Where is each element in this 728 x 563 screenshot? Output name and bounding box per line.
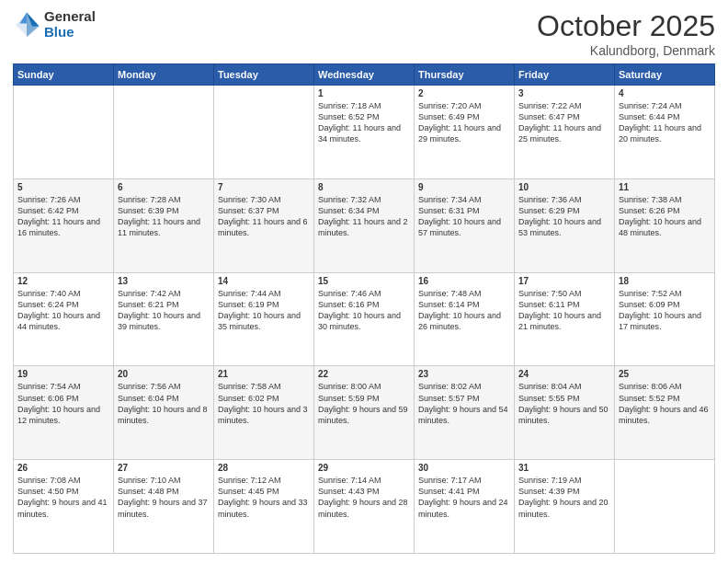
day-number: 26 — [17, 463, 109, 473]
day-info: Sunrise: 7:42 AMSunset: 6:21 PMDaylight:… — [118, 289, 200, 331]
logo-general-text: General — [44, 9, 96, 25]
day-info: Sunrise: 7:46 AMSunset: 6:16 PMDaylight:… — [318, 289, 401, 331]
header: General Blue October 2025 Kalundborg, De… — [13, 9, 715, 58]
day-number: 5 — [17, 182, 109, 192]
day-info: Sunrise: 7:24 AMSunset: 6:44 PMDaylight:… — [619, 101, 701, 144]
page: General Blue October 2025 Kalundborg, De… — [0, 0, 728, 563]
day-info: Sunrise: 7:50 AMSunset: 6:11 PMDaylight:… — [518, 289, 601, 331]
day-info: Sunrise: 7:26 AMSunset: 6:42 PMDaylight:… — [17, 195, 100, 237]
calendar-cell: 31Sunrise: 7:19 AMSunset: 4:39 PMDayligh… — [515, 460, 615, 554]
day-info: Sunrise: 7:20 AMSunset: 6:49 PMDaylight:… — [418, 101, 501, 144]
day-info: Sunrise: 7:12 AMSunset: 4:45 PMDaylight:… — [218, 476, 308, 518]
calendar-cell: 19Sunrise: 7:54 AMSunset: 6:06 PMDayligh… — [14, 366, 114, 460]
day-info: Sunrise: 8:06 AMSunset: 5:52 PMDaylight:… — [619, 382, 709, 424]
day-number: 30 — [418, 463, 510, 473]
calendar-week-3: 12Sunrise: 7:40 AMSunset: 6:24 PMDayligh… — [14, 272, 715, 366]
day-number: 27 — [118, 463, 210, 473]
calendar-cell: 29Sunrise: 7:14 AMSunset: 4:43 PMDayligh… — [314, 460, 415, 554]
day-number: 16 — [418, 276, 510, 286]
calendar-cell: 22Sunrise: 8:00 AMSunset: 5:59 PMDayligh… — [314, 366, 415, 460]
day-info: Sunrise: 7:48 AMSunset: 6:14 PMDaylight:… — [418, 289, 501, 331]
logo: General Blue — [13, 9, 96, 40]
day-number: 18 — [619, 276, 711, 286]
day-number: 11 — [619, 182, 711, 192]
calendar-cell: 11Sunrise: 7:38 AMSunset: 6:26 PMDayligh… — [615, 178, 715, 272]
day-info: Sunrise: 7:40 AMSunset: 6:24 PMDaylight:… — [17, 289, 100, 331]
location: Kalundborg, Denmark — [537, 43, 715, 58]
day-header-thursday: Thursday — [415, 64, 515, 86]
svg-marker-3 — [20, 12, 28, 23]
day-info: Sunrise: 7:38 AMSunset: 6:26 PMDaylight:… — [619, 195, 701, 237]
day-number: 4 — [619, 88, 711, 98]
day-info: Sunrise: 8:02 AMSunset: 5:57 PMDaylight:… — [418, 382, 508, 424]
day-info: Sunrise: 7:08 AMSunset: 4:50 PMDaylight:… — [17, 476, 108, 518]
calendar-cell: 21Sunrise: 7:58 AMSunset: 6:02 PMDayligh… — [214, 366, 314, 460]
day-number: 29 — [318, 463, 410, 473]
day-number: 3 — [518, 88, 610, 98]
logo-blue-text: Blue — [44, 25, 96, 40]
calendar-cell: 28Sunrise: 7:12 AMSunset: 4:45 PMDayligh… — [214, 460, 314, 554]
day-number: 28 — [218, 463, 310, 473]
calendar-week-4: 19Sunrise: 7:54 AMSunset: 6:06 PMDayligh… — [14, 366, 715, 460]
calendar-cell: 10Sunrise: 7:36 AMSunset: 6:29 PMDayligh… — [515, 178, 615, 272]
day-info: Sunrise: 7:19 AMSunset: 4:39 PMDaylight:… — [518, 476, 609, 518]
day-number: 19 — [17, 369, 109, 379]
day-number: 9 — [418, 182, 510, 192]
calendar-cell: 9Sunrise: 7:34 AMSunset: 6:31 PMDaylight… — [415, 178, 515, 272]
day-info: Sunrise: 7:18 AMSunset: 6:52 PMDaylight:… — [318, 101, 401, 144]
day-number: 1 — [318, 88, 410, 98]
day-info: Sunrise: 7:36 AMSunset: 6:29 PMDaylight:… — [518, 195, 601, 237]
day-number: 25 — [619, 369, 711, 379]
day-header-tuesday: Tuesday — [214, 64, 314, 86]
calendar-header-row: SundayMondayTuesdayWednesdayThursdayFrid… — [14, 64, 715, 86]
calendar-cell: 14Sunrise: 7:44 AMSunset: 6:19 PMDayligh… — [214, 272, 314, 366]
day-info: Sunrise: 8:04 AMSunset: 5:55 PMDaylight:… — [518, 382, 609, 424]
day-number: 21 — [218, 369, 310, 379]
calendar-cell: 13Sunrise: 7:42 AMSunset: 6:21 PMDayligh… — [114, 272, 214, 366]
calendar-cell: 23Sunrise: 8:02 AMSunset: 5:57 PMDayligh… — [415, 366, 515, 460]
calendar-cell: 27Sunrise: 7:10 AMSunset: 4:48 PMDayligh… — [114, 460, 214, 554]
calendar-cell: 26Sunrise: 7:08 AMSunset: 4:50 PMDayligh… — [14, 460, 114, 554]
day-info: Sunrise: 7:14 AMSunset: 4:43 PMDaylight:… — [318, 476, 408, 518]
day-info: Sunrise: 7:44 AMSunset: 6:19 PMDaylight:… — [218, 289, 301, 331]
calendar-cell — [214, 86, 314, 179]
logo-text: General Blue — [44, 9, 96, 40]
calendar-cell — [114, 86, 214, 179]
calendar-cell — [615, 460, 715, 554]
day-info: Sunrise: 7:32 AMSunset: 6:34 PMDaylight:… — [318, 195, 408, 237]
calendar-cell: 15Sunrise: 7:46 AMSunset: 6:16 PMDayligh… — [314, 272, 415, 366]
month-title: October 2025 — [537, 9, 715, 43]
day-info: Sunrise: 7:54 AMSunset: 6:06 PMDaylight:… — [17, 382, 100, 424]
day-info: Sunrise: 7:58 AMSunset: 6:02 PMDaylight:… — [218, 382, 308, 424]
calendar-cell — [14, 86, 114, 179]
day-header-wednesday: Wednesday — [314, 64, 415, 86]
calendar-cell: 20Sunrise: 7:56 AMSunset: 6:04 PMDayligh… — [114, 366, 214, 460]
day-number: 22 — [318, 369, 410, 379]
day-number: 8 — [318, 182, 410, 192]
day-header-friday: Friday — [515, 64, 615, 86]
day-info: Sunrise: 7:30 AMSunset: 6:37 PMDaylight:… — [218, 195, 308, 237]
day-number: 24 — [518, 369, 610, 379]
day-number: 13 — [118, 276, 210, 286]
day-number: 20 — [118, 369, 210, 379]
day-info: Sunrise: 7:10 AMSunset: 4:48 PMDaylight:… — [118, 476, 208, 518]
day-number: 6 — [118, 182, 210, 192]
calendar-week-2: 5Sunrise: 7:26 AMSunset: 6:42 PMDaylight… — [14, 178, 715, 272]
day-info: Sunrise: 7:34 AMSunset: 6:31 PMDaylight:… — [418, 195, 501, 237]
day-header-monday: Monday — [114, 64, 214, 86]
calendar-cell: 3Sunrise: 7:22 AMSunset: 6:47 PMDaylight… — [515, 86, 615, 179]
day-header-saturday: Saturday — [615, 64, 715, 86]
calendar-cell: 17Sunrise: 7:50 AMSunset: 6:11 PMDayligh… — [515, 272, 615, 366]
calendar-cell: 24Sunrise: 8:04 AMSunset: 5:55 PMDayligh… — [515, 366, 615, 460]
calendar-cell: 4Sunrise: 7:24 AMSunset: 6:44 PMDaylight… — [615, 86, 715, 179]
day-info: Sunrise: 7:56 AMSunset: 6:04 PMDaylight:… — [118, 382, 208, 424]
calendar-cell: 8Sunrise: 7:32 AMSunset: 6:34 PMDaylight… — [314, 178, 415, 272]
calendar-cell: 5Sunrise: 7:26 AMSunset: 6:42 PMDaylight… — [14, 178, 114, 272]
day-number: 15 — [318, 276, 410, 286]
calendar-cell: 2Sunrise: 7:20 AMSunset: 6:49 PMDaylight… — [415, 86, 515, 179]
day-info: Sunrise: 7:52 AMSunset: 6:09 PMDaylight:… — [619, 289, 701, 331]
day-info: Sunrise: 7:17 AMSunset: 4:41 PMDaylight:… — [418, 476, 508, 518]
day-header-sunday: Sunday — [14, 64, 114, 86]
calendar-week-1: 1Sunrise: 7:18 AMSunset: 6:52 PMDaylight… — [14, 86, 715, 179]
calendar-cell: 12Sunrise: 7:40 AMSunset: 6:24 PMDayligh… — [14, 272, 114, 366]
